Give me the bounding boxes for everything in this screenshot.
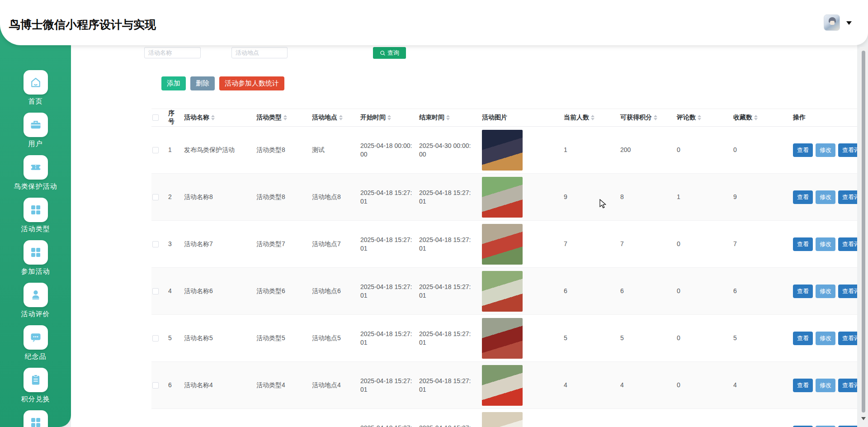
- cell-points: 7: [620, 240, 677, 248]
- view-comments-button[interactable]: 查看评论: [838, 332, 857, 345]
- column-header-收藏数[interactable]: 收藏数: [733, 114, 793, 122]
- grid-icon: [24, 410, 48, 427]
- main-content: 查询 添加 删除 活动参加人数统计 序号活动名称活动类型活动地点开始时间结束时间…: [71, 0, 857, 427]
- cell-points: 8: [620, 193, 677, 201]
- sort-carets-icon[interactable]: [754, 115, 758, 120]
- row-checkbox[interactable]: [152, 241, 159, 247]
- view-comments-button[interactable]: 查看评论: [838, 237, 857, 251]
- row-checkbox[interactable]: [152, 147, 159, 153]
- column-header-活动地点[interactable]: 活动地点: [312, 114, 360, 122]
- edit-button[interactable]: 修改: [816, 379, 835, 392]
- red-team-group-photo: [482, 318, 523, 359]
- cell-end: 2025-04-18 15:27:01: [419, 283, 476, 300]
- column-header-label: 可获得积分: [620, 114, 652, 122]
- activity-location-input[interactable]: [231, 47, 288, 58]
- page: 首页用户鸟类保护活动活动类型参加活动活动评价纪念品积分兑换 查询 添加 删除 活…: [0, 0, 868, 427]
- edit-button[interactable]: 修改: [816, 190, 835, 204]
- view-comments-button[interactable]: 查看评论: [838, 426, 857, 427]
- chat-icon: [24, 325, 48, 350]
- sidebar-item-纪念品[interactable]: 纪念品: [0, 325, 71, 368]
- column-header-评论数[interactable]: 评论数: [677, 114, 733, 122]
- column-header-活动类型[interactable]: 活动类型: [256, 114, 312, 122]
- row-actions: 查看修改查看评论删除: [793, 143, 857, 157]
- column-header-当前人数[interactable]: 当前人数: [564, 114, 620, 122]
- cell-end: 2025-04-18 15:27:01: [419, 424, 476, 427]
- sort-carets-icon[interactable]: [654, 115, 657, 120]
- delete-button[interactable]: 删除: [190, 76, 215, 90]
- column-header-序号: 序号: [168, 109, 184, 126]
- view-button[interactable]: 查看: [793, 237, 813, 251]
- cell-start: 2025-04-18 15:27:01: [360, 236, 419, 253]
- row-checkbox[interactable]: [152, 335, 159, 342]
- row-checkbox[interactable]: [152, 382, 159, 389]
- table-row: 5活动名称5活动类型5活动地点52025-04-18 15:27:012025-…: [151, 315, 857, 362]
- user-avatar[interactable]: [824, 14, 840, 31]
- column-header-结束时间[interactable]: 结束时间: [419, 114, 476, 122]
- sidebar-item-partial[interactable]: [0, 410, 71, 427]
- sidebar-item-活动评价[interactable]: 活动评价: [0, 283, 71, 325]
- add-button[interactable]: 添加: [161, 76, 186, 90]
- view-button[interactable]: 查看: [793, 379, 813, 392]
- cell-favorites: 5: [733, 334, 793, 342]
- cell-people: 5: [564, 334, 620, 342]
- scrollbar-thumb[interactable]: [862, 51, 865, 413]
- briefcase-icon: [24, 113, 48, 137]
- view-button[interactable]: 查看: [793, 332, 813, 345]
- view-button[interactable]: 查看: [793, 285, 813, 298]
- sidebar-item-参加活动[interactable]: 参加活动: [0, 240, 71, 283]
- edit-button[interactable]: 修改: [816, 237, 835, 251]
- sidebar-item-label: 鸟类保护活动: [14, 182, 57, 191]
- cell-location: 活动地点6: [312, 287, 360, 295]
- table-body: 1发布鸟类保护活动活动类型8测试2025-04-18 00:00:002025-…: [151, 127, 857, 427]
- sidebar-item-首页[interactable]: 首页: [0, 70, 71, 113]
- sidebar-item-鸟类保护活动[interactable]: 鸟类保护活动: [0, 155, 71, 198]
- sort-carets-icon[interactable]: [339, 115, 343, 120]
- cell-people: 6: [564, 287, 620, 295]
- activity-name-input[interactable]: [144, 47, 201, 58]
- row-checkbox[interactable]: [152, 288, 159, 294]
- query-button[interactable]: 查询: [373, 47, 406, 59]
- participation-stats-button[interactable]: 活动参加人数统计: [219, 76, 284, 90]
- column-header-label: 当前人数: [564, 114, 589, 122]
- edit-button[interactable]: 修改: [816, 285, 835, 298]
- view-comments-button[interactable]: 查看评论: [838, 285, 857, 298]
- edit-button[interactable]: 修改: [816, 143, 835, 157]
- view-comments-button[interactable]: 查看评论: [838, 379, 857, 392]
- view-comments-button[interactable]: 查看评论: [838, 143, 857, 157]
- sidebar-item-活动类型[interactable]: 活动类型: [0, 198, 71, 240]
- view-comments-button[interactable]: 查看评论: [838, 190, 857, 204]
- sort-carets-icon[interactable]: [591, 115, 594, 120]
- sort-carets-icon[interactable]: [387, 115, 391, 120]
- column-header-label: 序号: [168, 109, 180, 126]
- view-button[interactable]: 查看: [793, 190, 813, 204]
- cell-index: 2: [168, 193, 184, 201]
- cell-name: 活动名称5: [184, 334, 256, 342]
- column-header-开始时间[interactable]: 开始时间: [360, 114, 419, 122]
- select-all-checkbox[interactable]: [152, 114, 159, 121]
- cell-end: 2025-04-18 15:27:01: [419, 189, 476, 206]
- table-row: 6活动名称4活动类型4活动地点42025-04-18 15:27:012025-…: [151, 362, 857, 409]
- search-icon: [380, 50, 386, 56]
- cell-type: 活动类型8: [256, 146, 312, 154]
- scrollbar-down-arrow[interactable]: [861, 417, 866, 420]
- sort-carets-icon[interactable]: [446, 115, 450, 120]
- edit-button[interactable]: 修改: [816, 332, 835, 345]
- cell-type: 活动类型8: [256, 193, 312, 201]
- sidebar-item-积分兑换[interactable]: 积分兑换: [0, 368, 71, 410]
- column-header-活动名称[interactable]: 活动名称: [184, 114, 256, 122]
- sort-carets-icon[interactable]: [698, 115, 701, 120]
- edit-button[interactable]: 修改: [816, 426, 835, 427]
- cell-people: 9: [564, 193, 620, 201]
- table-row: 3活动名称7活动类型7活动地点72025-04-18 15:27:012025-…: [151, 221, 857, 268]
- cell-comments: 0: [677, 240, 733, 248]
- sort-carets-icon[interactable]: [283, 115, 287, 120]
- column-header-可获得积分[interactable]: 可获得积分: [620, 114, 677, 122]
- top-header: 鸟博士微信小程序设计与实现: [0, 0, 868, 45]
- row-checkbox[interactable]: [152, 194, 159, 200]
- view-button[interactable]: 查看: [793, 143, 813, 157]
- sort-carets-icon[interactable]: [211, 115, 215, 120]
- chevron-down-icon[interactable]: [846, 21, 852, 25]
- cell-comments: 1: [677, 193, 733, 201]
- sidebar-item-用户[interactable]: 用户: [0, 113, 71, 155]
- view-button[interactable]: 查看: [793, 426, 813, 427]
